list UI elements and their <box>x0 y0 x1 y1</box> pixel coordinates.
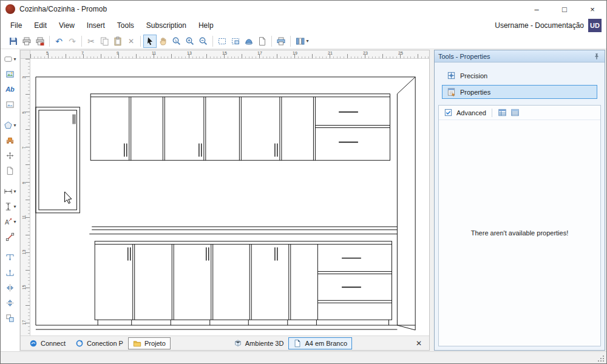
dropdown-caret-icon: ▾ <box>13 204 16 209</box>
blank-page-icon <box>293 339 302 348</box>
ruler-corner <box>21 50 30 59</box>
redo-button[interactable]: ↷ <box>66 35 79 48</box>
hruler-label: 9 <box>117 51 119 55</box>
new-page-button[interactable] <box>256 35 269 48</box>
paste-button[interactable] <box>111 35 124 48</box>
toolbar-separator <box>49 36 50 47</box>
user-account-label[interactable]: Username - Documentação <box>495 21 584 30</box>
dimension-angle-button[interactable]: A▾ <box>2 215 19 228</box>
dimension-horizontal-button[interactable]: ▾ <box>2 184 19 198</box>
move-tool-button[interactable] <box>2 149 19 162</box>
no-properties-message: There aren't available properties! <box>439 120 600 346</box>
export-pdf-button[interactable] <box>33 35 47 48</box>
precision-button[interactable]: Precision <box>442 69 597 83</box>
tab-label: Conection P <box>87 340 123 347</box>
zoom-window-button[interactable] <box>170 35 183 48</box>
tab-ambiente-3d[interactable]: Ambiente 3D <box>229 337 289 349</box>
properties-button[interactable]: Properties <box>442 85 597 99</box>
drawing-canvas[interactable]: 5791113151719212325 357911131517 <box>20 50 430 351</box>
document-tool-button[interactable] <box>2 164 19 177</box>
minimize-button[interactable]: – <box>523 1 551 18</box>
vruler-label: 15 <box>22 284 26 290</box>
zoom-in-button[interactable] <box>183 35 197 48</box>
base-drawer-handles <box>342 258 361 288</box>
flip-vertical-tool-button[interactable] <box>2 296 19 309</box>
toolbar-separator <box>271 36 272 47</box>
left-toolbar: ▾ Ab ▾ ▾ ▾ A▾ <box>1 49 20 351</box>
selection-rectangle-button[interactable] <box>215 35 229 48</box>
dropdown-caret-icon: ▾ <box>13 56 16 62</box>
panel-buttons: Precision Properties <box>435 62 605 101</box>
close-tab-button[interactable]: ✕ <box>412 339 426 348</box>
menu-file[interactable]: File <box>4 19 28 32</box>
text-tool-button[interactable]: Ab <box>2 83 19 96</box>
selection-region-button[interactable] <box>229 35 242 48</box>
render-3d-button[interactable] <box>242 35 256 48</box>
main-region: ▾ Ab ▾ ▾ ▾ A▾ 5791113151719212325 357 <box>1 49 606 351</box>
menu-view[interactable]: View <box>53 19 81 32</box>
corner-line <box>397 77 415 94</box>
tab-a4-em-branco[interactable]: A4 em Branco <box>288 337 352 349</box>
report-columns-button[interactable]: ▾ <box>293 35 311 48</box>
window-title: Cozinha/Cozinha - Promob <box>19 5 107 13</box>
menu-subscription[interactable]: Subscription <box>140 19 192 32</box>
line-tool-button[interactable] <box>2 230 19 243</box>
promob-window: Cozinha/Cozinha - Promob – □ × FileEditV… <box>0 0 607 364</box>
resize-grip[interactable] <box>597 354 605 363</box>
save-button[interactable] <box>7 35 20 48</box>
hruler-label: 7 <box>81 51 84 55</box>
print-button[interactable] <box>20 35 33 48</box>
print-preview-button[interactable] <box>274 35 288 48</box>
close-button[interactable]: × <box>578 1 606 18</box>
tab-conection-p[interactable]: Conection P <box>70 337 128 349</box>
flip-horizontal-tool-button[interactable] <box>2 281 19 294</box>
shape-tool-button[interactable]: ▾ <box>2 52 19 66</box>
dropdown-caret-icon: ▾ <box>306 38 308 44</box>
dropdown-caret-icon: ▾ <box>13 219 16 224</box>
alphabetical-view-icon[interactable] <box>510 108 520 117</box>
precision-icon <box>447 71 456 80</box>
conection-p-icon <box>75 339 84 348</box>
advanced-separator <box>492 109 492 117</box>
delete-button[interactable]: ✕ <box>124 35 138 48</box>
picture-tool-button[interactable] <box>2 98 19 111</box>
precision-label: Precision <box>460 72 487 79</box>
window-controls: – □ × <box>523 1 606 18</box>
shapes-menu-button[interactable]: ▾ <box>2 118 19 132</box>
undo-button[interactable]: ↶ <box>52 35 66 48</box>
user-avatar[interactable]: UD <box>588 19 602 32</box>
titlebar: Cozinha/Cozinha - Promob – □ × <box>1 1 606 18</box>
cut-button[interactable]: ✂ <box>84 35 98 48</box>
upper-cabinet-outline <box>90 94 390 161</box>
group-tool-button[interactable] <box>2 311 19 325</box>
categorized-view-icon[interactable] <box>498 108 507 117</box>
zoom-out-button[interactable] <box>197 35 210 48</box>
advanced-label[interactable]: Advanced <box>456 109 486 116</box>
vertical-ruler-ticks <box>21 59 30 335</box>
floor-lines <box>36 325 415 330</box>
select-tool-button[interactable] <box>143 35 157 48</box>
tab-projeto[interactable]: Projeto <box>128 337 171 349</box>
menu-tools[interactable]: Tools <box>111 19 140 32</box>
module-tool-button[interactable] <box>2 133 19 147</box>
statusbar <box>1 351 606 363</box>
clip-top-tool-button[interactable] <box>2 251 19 264</box>
pin-panel-button[interactable] <box>592 52 601 61</box>
vruler-label: 7 <box>22 143 26 149</box>
document-tabbar: Connect Conection P Projeto Ambiente 3D <box>21 335 429 350</box>
menu-insert[interactable]: Insert <box>81 19 111 32</box>
app-logo-icon <box>5 4 15 14</box>
image-tool-button[interactable] <box>2 67 19 81</box>
elevation-drawing[interactable] <box>30 59 429 335</box>
tab-connect[interactable]: Connect <box>24 337 70 349</box>
copy-button[interactable] <box>98 35 111 48</box>
base-cabinet-door-dividers <box>133 244 318 320</box>
clip-bottom-tool-button[interactable] <box>2 266 19 279</box>
menu-help[interactable]: Help <box>192 19 220 32</box>
dimension-vertical-button[interactable]: ▾ <box>2 200 19 213</box>
vruler-label: 13 <box>22 249 26 255</box>
pan-tool-button[interactable] <box>157 35 170 48</box>
maximize-button[interactable]: □ <box>551 1 578 18</box>
countertop-lines <box>89 227 397 234</box>
menu-edit[interactable]: Edit <box>28 19 53 32</box>
